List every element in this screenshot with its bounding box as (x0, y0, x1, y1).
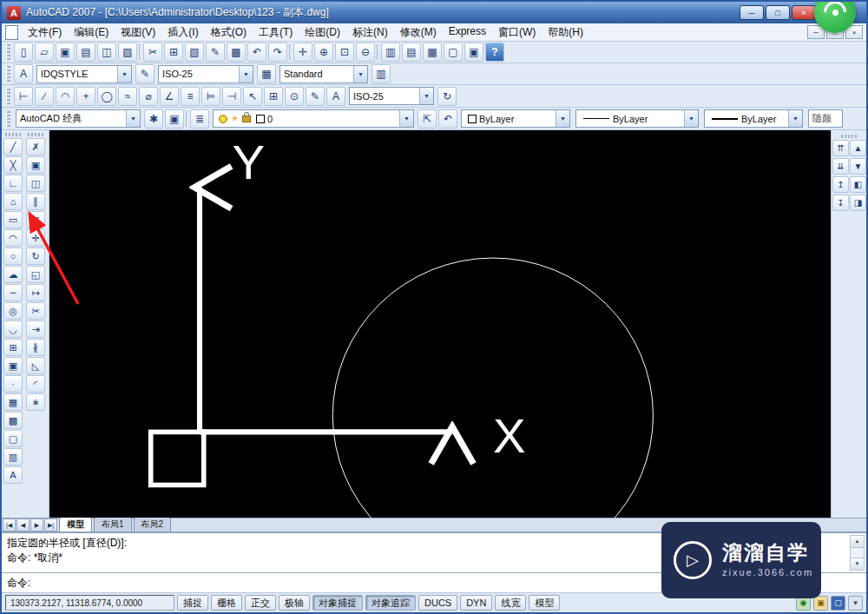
hatch-icon[interactable]: ▦ (3, 393, 23, 411)
send-to-back-icon[interactable]: ⇊ (832, 158, 849, 175)
color-combo[interactable]: ByLayer ▼ (461, 109, 570, 128)
toggle-polar[interactable]: 极轴 (279, 595, 310, 611)
layer-properties-manager-icon[interactable]: ≣ (190, 109, 209, 129)
toggle-snap[interactable]: 捕捉 (177, 595, 208, 611)
layer-lock-icon[interactable] (242, 116, 251, 122)
move-up-icon[interactable]: ↥ (832, 176, 849, 193)
toggle-dyn[interactable]: DYN (460, 595, 492, 611)
toolbar-grip[interactable] (841, 135, 857, 138)
continue-dimension-icon[interactable]: ⊣ (222, 87, 241, 106)
toggle-otrack[interactable]: 对象追踪 (365, 595, 416, 611)
autocad-app-icon[interactable]: A (7, 6, 21, 20)
chevron-down-icon[interactable]: ▼ (126, 110, 140, 127)
rotate-icon[interactable]: ↻ (26, 248, 45, 265)
ellipse-icon[interactable]: ◎ (3, 302, 23, 320)
gradient-icon[interactable]: ▩ (3, 412, 23, 429)
plot-preview-icon[interactable]: ◫ (97, 43, 116, 62)
ordinate-dimension-icon[interactable]: + (76, 87, 95, 106)
separator[interactable] (289, 44, 292, 60)
separator[interactable] (377, 44, 379, 60)
make-object-layer-current-icon[interactable]: ⇱ (418, 109, 437, 129)
linear-dimension-icon[interactable]: ⊢ (14, 87, 33, 106)
layer-previous-icon[interactable]: ↶ (438, 109, 457, 129)
table-style-combo[interactable]: Standard ▼ (279, 65, 368, 83)
minimize-button[interactable]: ─ (740, 5, 764, 20)
center-mark-icon[interactable]: ⊙ (285, 87, 304, 106)
point-icon[interactable]: · (3, 375, 23, 393)
chevron-down-icon[interactable]: ▼ (419, 88, 433, 104)
save-icon[interactable]: ▣ (56, 43, 75, 62)
explode-icon[interactable]: ∗ (26, 393, 45, 411)
copy-object-icon[interactable]: ▣ (26, 156, 45, 174)
undo-icon[interactable]: ↶ (247, 43, 266, 62)
clean-screen-icon[interactable]: ▢ (831, 596, 845, 611)
chevron-down-icon[interactable]: ▼ (684, 110, 698, 127)
table-icon[interactable]: ▥ (3, 448, 23, 465)
scroll-down-icon[interactable]: ▼ (851, 558, 864, 570)
order-right-icon[interactable]: ◨ (850, 195, 866, 211)
toggle-ducs[interactable]: DUCS (418, 595, 457, 611)
dim-style-manager-icon[interactable]: ✎ (135, 64, 155, 83)
extend-icon[interactable]: ⇥ (26, 320, 45, 338)
chevron-down-icon[interactable]: ▼ (556, 110, 569, 127)
line-icon[interactable]: ╱ (3, 138, 23, 155)
menu-dimension[interactable]: 标注(N) (346, 23, 394, 42)
multiline-text-icon[interactable]: A (3, 466, 23, 484)
tab-nav-last[interactable]: ▶| (44, 518, 57, 531)
sheet-set-manager-icon[interactable]: ▥ (381, 43, 400, 62)
table-style-dialog-icon[interactable]: ▥ (372, 64, 391, 83)
pan-icon[interactable]: ✛ (293, 43, 312, 62)
copy-icon[interactable]: ⊞ (164, 43, 183, 62)
rectangle-icon[interactable]: ▭ (3, 211, 23, 228)
baseline-dimension-icon[interactable]: ⊨ (201, 87, 220, 106)
erase-icon[interactable]: ✗ (26, 138, 45, 155)
workspace-settings-icon[interactable]: ✱ (144, 109, 163, 129)
toggle-osnap[interactable]: 对象捕捉 (312, 595, 363, 611)
menu-tools[interactable]: 工具(T) (253, 23, 299, 42)
command-scrollbar[interactable]: ▲ ▼ (850, 535, 865, 571)
quickcalc-icon[interactable]: ▦ (423, 43, 442, 62)
mirror-icon[interactable]: ◫ (26, 175, 45, 192)
separator[interactable] (139, 44, 141, 60)
toggle-grid[interactable]: 栅格 (211, 595, 242, 611)
arc-icon[interactable]: ◠ (3, 229, 23, 247)
order-left-icon[interactable]: ◧ (850, 176, 866, 193)
break-icon[interactable]: ∦ (26, 339, 45, 356)
toolbar-grip[interactable] (6, 66, 10, 82)
toolbar-grip[interactable] (6, 111, 10, 127)
tab-model[interactable]: 模型 (59, 517, 92, 531)
scroll-up-icon[interactable]: ▲ (851, 536, 864, 548)
new-file-icon[interactable]: ▯ (14, 43, 33, 62)
dimension-edit-icon[interactable]: ✎ (306, 87, 325, 106)
layer-freeze-icon[interactable]: ☀ (231, 115, 239, 123)
chevron-down-icon[interactable]: ▼ (239, 66, 253, 83)
move-down-icon[interactable]: ↧ (832, 195, 849, 211)
menu-insert[interactable]: 插入(I) (161, 23, 204, 42)
quick-dimension-icon[interactable]: ≡ (181, 87, 200, 106)
move-icon[interactable]: ✛ (26, 229, 45, 247)
menu-file[interactable]: 文件(F) (22, 23, 68, 42)
table-style-manager-icon[interactable]: ▦ (257, 64, 276, 83)
lineweight-combo[interactable]: ByLayer ▼ (704, 109, 803, 128)
status-menu-arrow-icon[interactable]: ▾ (848, 596, 863, 611)
block-editor-icon[interactable]: ▩ (227, 43, 246, 62)
toggle-lineweight[interactable]: 线宽 (495, 595, 526, 611)
toolbar-grip[interactable] (28, 133, 43, 136)
toolbar-grip[interactable] (6, 44, 10, 60)
diameter-dimension-icon[interactable]: ⌀ (139, 87, 158, 106)
publish-icon[interactable]: ▨ (118, 43, 137, 62)
construction-line-icon[interactable]: ╳ (3, 156, 23, 174)
zoom-window-icon[interactable]: ⊡ (335, 43, 354, 62)
menu-window[interactable]: 窗口(W) (492, 23, 542, 42)
offset-icon[interactable]: ∥ (26, 193, 45, 210)
tab-layout1[interactable]: 布局1 (94, 517, 132, 531)
bring-above-icon[interactable]: ▲ (850, 140, 866, 156)
radius-dimension-icon[interactable]: ◯ (97, 87, 116, 106)
menu-draw[interactable]: 绘图(D) (299, 23, 346, 42)
open-file-icon[interactable]: ▱ (35, 43, 54, 62)
menu-express[interactable]: Express (443, 23, 492, 42)
region-icon[interactable]: ▢ (3, 430, 23, 447)
save-workspace-icon[interactable]: ▣ (165, 109, 184, 129)
menu-modify[interactable]: 修改(M) (394, 23, 443, 42)
chamfer-icon[interactable]: ◺ (26, 357, 45, 374)
